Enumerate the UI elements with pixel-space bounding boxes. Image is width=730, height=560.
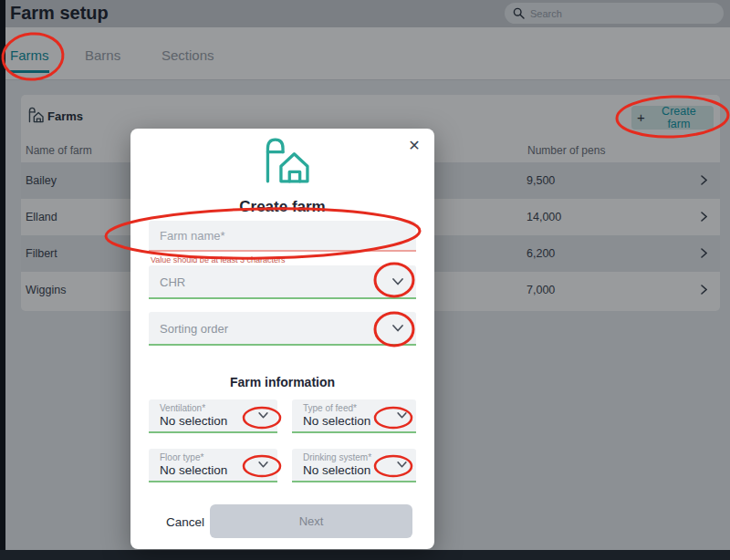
next-button[interactable]: Next [210,504,412,538]
farm-name-input[interactable] [149,221,416,252]
window-bottom-edge [0,550,730,560]
close-icon[interactable]: ✕ [405,137,423,155]
type-of-feed-select[interactable]: Type of feed* No selection [292,399,416,433]
select-label: Drinking system* [303,452,371,462]
select-value: No selection [303,414,370,428]
chevron-down-icon [258,461,268,468]
section-title: Farm information [130,375,434,389]
farm-barn-icon [256,136,309,185]
chevron-down-icon [397,412,407,419]
select-label: Type of feed* [303,403,357,413]
drinking-system-select[interactable]: Drinking system* No selection [292,449,416,482]
select-value: No selection [160,463,227,477]
cancel-button[interactable]: Cancel [161,514,210,530]
chr-select[interactable]: CHR [149,265,416,299]
sorting-order-placeholder: Sorting order [160,322,228,336]
chevron-down-icon [392,278,403,285]
chevron-down-icon [397,461,407,468]
floor-type-select[interactable]: Floor type* No selection [149,449,277,482]
chevron-down-icon [392,325,403,332]
validation-message: Value should be at least 3 characters [151,255,285,264]
app-window: Farm setup Search Farms Barns Sections [0,0,730,560]
select-label: Floor type* [160,452,203,462]
chr-select-placeholder: CHR [160,275,185,289]
select-label: Ventilation* [160,403,205,413]
ventilation-select[interactable]: Ventilation* No selection [149,399,277,433]
sorting-order-select[interactable]: Sorting order [149,312,416,346]
chevron-down-icon [258,412,268,419]
select-value: No selection [160,414,227,428]
select-value: No selection [303,463,370,477]
window-left-edge [0,0,5,560]
create-farm-dialog: ✕ Create farm Value should be at least 3… [130,129,434,549]
dialog-title: Create farm [130,198,434,216]
